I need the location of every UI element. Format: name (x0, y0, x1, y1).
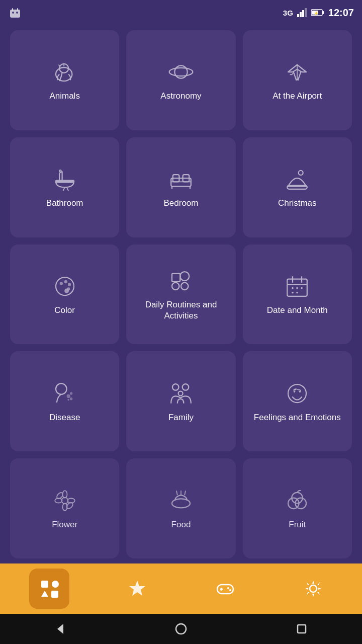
svg-point-45 (292, 287, 294, 289)
bottom-navigation (0, 564, 362, 614)
battery-icon: ⚡ (311, 8, 324, 17)
flower-label: Flower (52, 519, 77, 530)
food-label: Food (171, 519, 191, 530)
category-food[interactable]: Food (126, 458, 235, 558)
android-icon (8, 6, 22, 20)
svg-rect-77 (217, 585, 233, 594)
categories-grid: Animals Astronomy At the Airport Bathroo… (0, 25, 362, 564)
planet-icon (167, 58, 195, 86)
category-color[interactable]: Color (10, 245, 119, 345)
nav-favorites[interactable] (117, 569, 157, 609)
svg-point-37 (180, 272, 189, 281)
bedroom-label: Bedroom (164, 198, 199, 209)
svg-rect-86 (298, 625, 306, 633)
svg-text:⚡: ⚡ (314, 11, 319, 16)
svg-point-73 (52, 581, 59, 588)
svg-point-55 (172, 384, 179, 390)
flower-icon (51, 487, 78, 514)
svg-rect-10 (322, 11, 324, 14)
svg-point-20 (59, 170, 61, 172)
svg-point-31 (59, 282, 62, 285)
category-astronomy[interactable]: Astronomy (126, 30, 235, 130)
home-button[interactable] (168, 616, 194, 641)
svg-point-39 (172, 282, 179, 289)
time-label: 12:07 (328, 7, 354, 19)
family-icon (167, 380, 195, 407)
daily-routines-label: Daily Routines and Activities (131, 299, 230, 321)
svg-point-54 (67, 399, 69, 401)
christmas-label: Christmas (278, 198, 317, 209)
recents-icon (295, 622, 309, 636)
category-feelings[interactable]: Feelings and Emotions (243, 351, 352, 451)
svg-marker-76 (129, 581, 145, 596)
color-label: Color (54, 305, 75, 316)
bath-icon (51, 166, 78, 193)
emotions-icon (284, 380, 311, 407)
category-family[interactable]: Family (126, 351, 235, 451)
recents-button[interactable] (289, 616, 314, 641)
bathroom-label: Bathroom (46, 198, 83, 209)
svg-point-60 (299, 390, 301, 392)
svg-point-33 (68, 283, 71, 286)
svg-point-17 (169, 68, 193, 76)
svg-point-59 (294, 390, 296, 392)
signal-icon (297, 8, 307, 17)
category-disease[interactable]: Disease (10, 351, 119, 451)
category-bedroom[interactable]: Bedroom (126, 137, 235, 237)
fruit-icon (284, 487, 311, 514)
svg-point-50 (56, 383, 67, 394)
family-label: Family (168, 412, 194, 423)
svg-point-53 (70, 397, 72, 400)
svg-rect-36 (172, 273, 180, 281)
svg-point-49 (297, 292, 299, 294)
svg-point-61 (61, 497, 68, 504)
back-button[interactable] (48, 616, 73, 641)
animals-label: Animals (49, 91, 79, 102)
airplane-icon (284, 58, 311, 86)
category-airport[interactable]: At the Airport (243, 30, 352, 130)
home-icon (174, 622, 188, 636)
status-right: 3G ⚡ 12:07 (283, 7, 354, 19)
astronomy-label: Astronomy (160, 91, 201, 102)
svg-point-38 (181, 282, 188, 289)
category-fruit[interactable]: Fruit (243, 458, 352, 558)
nav-categories[interactable] (29, 569, 69, 609)
svg-point-81 (227, 587, 229, 589)
svg-marker-84 (57, 624, 63, 634)
svg-point-56 (183, 384, 189, 390)
svg-point-82 (229, 589, 231, 591)
status-left (8, 6, 22, 20)
category-animals[interactable]: Animals (10, 30, 119, 130)
category-daily-routines[interactable]: Daily Routines and Activities (126, 245, 235, 345)
nav-games[interactable] (205, 569, 245, 609)
category-christmas[interactable]: Christmas (243, 137, 352, 237)
category-bathroom[interactable]: Bathroom (10, 137, 119, 237)
carrier-label: 3G (283, 9, 293, 17)
bed-icon (167, 166, 195, 193)
svg-point-52 (70, 392, 72, 394)
svg-point-85 (176, 624, 186, 634)
category-date-month[interactable]: Date and Month (243, 245, 352, 345)
star-icon (127, 579, 147, 599)
svg-point-4 (16, 12, 18, 14)
disease-label: Disease (49, 412, 80, 423)
svg-point-47 (301, 287, 303, 289)
svg-rect-72 (41, 581, 48, 588)
category-flower[interactable]: Flower (10, 458, 119, 558)
gamepad-icon (215, 579, 235, 599)
svg-point-13 (56, 67, 72, 81)
svg-point-51 (66, 394, 70, 398)
svg-point-30 (56, 277, 74, 295)
svg-rect-75 (51, 591, 58, 598)
palette-icon (51, 273, 78, 300)
airport-label: At the Airport (273, 91, 322, 102)
feelings-label: Feelings and Emotions (254, 412, 341, 423)
svg-point-29 (299, 171, 303, 175)
svg-point-48 (292, 292, 294, 294)
svg-point-35 (64, 288, 69, 293)
svg-point-32 (64, 280, 67, 283)
svg-rect-1 (12, 8, 13, 11)
svg-point-57 (178, 391, 183, 395)
back-icon (53, 622, 67, 636)
nav-settings[interactable] (293, 569, 333, 609)
